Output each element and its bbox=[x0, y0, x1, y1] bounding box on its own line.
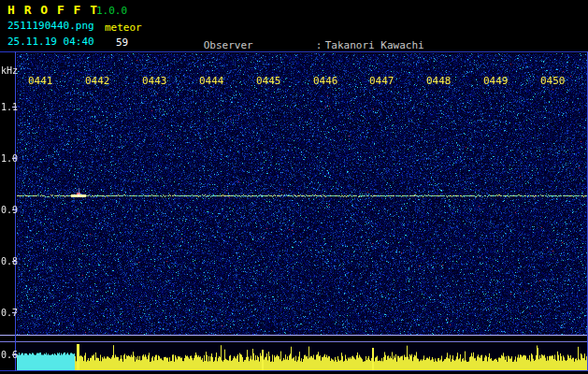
x-axis-tick-label: 0450 bbox=[540, 75, 566, 87]
y-axis-tick bbox=[12, 107, 17, 108]
filename-label: 2511190440.png bbox=[7, 20, 94, 32]
spectrogram-canvas bbox=[17, 53, 588, 335]
y-axis-tick bbox=[12, 158, 17, 159]
mode-label: meteor bbox=[105, 22, 142, 34]
x-axis-tick-label: 0446 bbox=[313, 75, 338, 87]
info-separator: : bbox=[316, 39, 325, 51]
y-axis-tick bbox=[12, 354, 17, 355]
x-axis-tick-label: 0445 bbox=[256, 75, 281, 87]
x-axis-tick-label: 0447 bbox=[369, 75, 394, 87]
info-label: Observer bbox=[204, 39, 316, 51]
timestamp-label: 25.11.19 04:40 bbox=[7, 36, 94, 48]
y-axis-tick bbox=[12, 261, 17, 262]
x-axis-tick-label: 0442 bbox=[85, 75, 110, 87]
info-value: Takanori Kawachi bbox=[325, 39, 424, 51]
hrofft-output-image: H R O F F T 1.0.0 2511190440.png meteor … bbox=[0, 0, 588, 374]
separator-line-upper bbox=[0, 335, 588, 336]
separator-line-lower bbox=[0, 341, 588, 342]
version-label: 1.0.0 bbox=[96, 5, 127, 17]
minute-count-label: 59 bbox=[116, 36, 128, 49]
x-axis-tick-label: 0448 bbox=[426, 75, 452, 87]
frequency-unit-label: kHz bbox=[1, 65, 18, 76]
y-axis-tick bbox=[12, 209, 17, 210]
header-divider-line bbox=[0, 51, 588, 52]
y-axis-tick bbox=[12, 312, 17, 313]
x-axis-tick-label: 0449 bbox=[483, 75, 509, 87]
x-axis-tick-label: 0443 bbox=[142, 75, 167, 87]
bottom-frame-line bbox=[0, 370, 588, 371]
x-axis-tick-label: 0444 bbox=[199, 75, 224, 87]
level-bars-canvas bbox=[17, 343, 588, 370]
x-axis-tick-label: 0441 bbox=[28, 75, 53, 87]
app-title: H R O F F T bbox=[7, 3, 98, 17]
